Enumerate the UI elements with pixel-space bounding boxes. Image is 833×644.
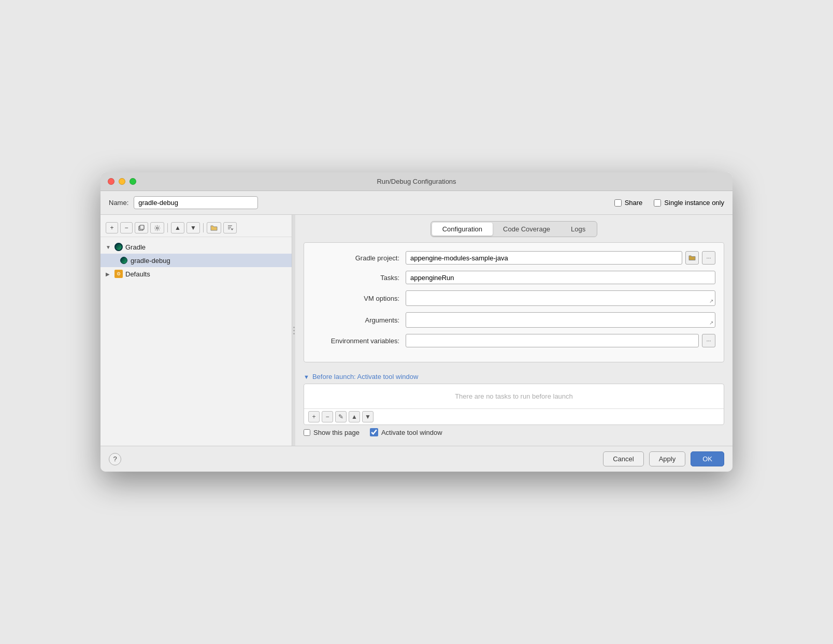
before-launch-add-button[interactable]: + bbox=[308, 411, 320, 422]
gear-icon bbox=[154, 225, 161, 231]
sidebar-toolbar: + − ▲ ▼ bbox=[100, 219, 292, 237]
env-variables-row: Environment variables: ··· bbox=[312, 334, 715, 347]
remove-config-button[interactable]: − bbox=[120, 222, 133, 233]
dialog-body: + − ▲ ▼ bbox=[100, 215, 733, 446]
apply-button[interactable]: Apply bbox=[649, 451, 686, 466]
resize-dot-3 bbox=[293, 333, 295, 334]
vm-options-label: VM options: bbox=[312, 295, 406, 302]
single-instance-label: Single instance only bbox=[664, 199, 724, 207]
sidebar-divider-2 bbox=[203, 223, 204, 232]
window-controls bbox=[108, 178, 136, 185]
vm-options-wrap: ↗ bbox=[406, 290, 715, 306]
help-button[interactable]: ? bbox=[109, 453, 121, 465]
gradle-debug-label: gradle-debug bbox=[131, 257, 170, 265]
add-config-button[interactable]: + bbox=[106, 222, 118, 233]
title-bar: Run/Debug Configurations bbox=[100, 172, 733, 191]
before-launch-header[interactable]: ▼ Before launch: Activate tool window bbox=[304, 373, 724, 380]
move-down-button[interactable]: ▼ bbox=[186, 222, 200, 233]
share-checkbox[interactable] bbox=[614, 199, 622, 207]
single-instance-checkbox[interactable] bbox=[654, 199, 661, 207]
before-launch-remove-button[interactable]: − bbox=[322, 411, 333, 422]
config-panel: Gradle project: ··· bbox=[304, 242, 724, 362]
activate-window-checkbox[interactable] bbox=[370, 428, 378, 436]
gradle-project-input-wrap: ··· bbox=[406, 251, 715, 265]
gradle-label: Gradle bbox=[125, 243, 146, 251]
svg-point-2 bbox=[156, 227, 159, 229]
tab-logs[interactable]: Logs bbox=[561, 223, 596, 236]
vm-options-input[interactable] bbox=[406, 290, 715, 306]
tasks-row: Tasks: bbox=[312, 271, 715, 284]
vm-options-row: VM options: ↗ bbox=[312, 290, 715, 306]
bottom-options: Show this page Activate tool window bbox=[304, 425, 724, 440]
footer-left: ? bbox=[109, 453, 121, 465]
sort-icon bbox=[227, 225, 233, 231]
footer-right: Cancel Apply OK bbox=[603, 451, 724, 466]
defaults-arrow: ▶ bbox=[106, 271, 112, 277]
gradle-icon bbox=[114, 242, 123, 252]
sidebar: + − ▲ ▼ bbox=[100, 215, 292, 446]
env-variables-input[interactable] bbox=[406, 334, 699, 347]
sort-button[interactable] bbox=[223, 222, 237, 233]
gradle-project-folder-button[interactable] bbox=[685, 251, 699, 265]
move-up-button[interactable]: ▲ bbox=[171, 222, 184, 233]
before-launch-arrow: ▼ bbox=[304, 374, 309, 380]
before-launch-down-button[interactable]: ▼ bbox=[362, 411, 374, 422]
name-label: Name: bbox=[109, 199, 128, 207]
more-dots: ··· bbox=[706, 255, 711, 261]
before-launch-empty: There are no tasks to run before launch bbox=[304, 384, 724, 408]
defaults-label: Defaults bbox=[125, 270, 150, 278]
collapse-arrow: ▼ bbox=[106, 244, 112, 250]
share-label: Share bbox=[625, 199, 643, 207]
before-launch-edit-button[interactable]: ✎ bbox=[335, 411, 347, 422]
tab-configuration[interactable]: Configuration bbox=[432, 223, 493, 236]
cancel-button[interactable]: Cancel bbox=[603, 451, 643, 466]
svg-rect-1 bbox=[140, 225, 144, 229]
tab-code-coverage[interactable]: Code Coverage bbox=[493, 223, 561, 236]
run-debug-dialog: Run/Debug Configurations Name: Share Sin… bbox=[100, 172, 733, 472]
tasks-input[interactable] bbox=[406, 271, 715, 284]
gradle-debug-icon bbox=[119, 256, 128, 265]
gradle-debug-item[interactable]: gradle-debug bbox=[100, 254, 292, 267]
ok-button[interactable]: OK bbox=[691, 451, 724, 466]
before-launch-section: ▼ Before launch: Activate tool window Th… bbox=[304, 373, 724, 440]
before-launch-up-button[interactable]: ▲ bbox=[349, 411, 360, 422]
gradle-project-input[interactable] bbox=[406, 251, 682, 265]
resize-dot-1 bbox=[293, 327, 295, 328]
dialog-title: Run/Debug Configurations bbox=[377, 178, 456, 185]
before-launch-toolbar: + − ✎ ▲ ▼ bbox=[304, 408, 724, 425]
show-page-label: Show this page bbox=[313, 429, 360, 436]
tabs-row: Configuration Code Coverage Logs bbox=[430, 221, 598, 237]
copy-config-button[interactable] bbox=[135, 222, 148, 233]
show-page-checkbox[interactable] bbox=[304, 429, 310, 436]
vm-expand-icon[interactable]: ↗ bbox=[709, 298, 713, 304]
config-settings-button[interactable] bbox=[150, 222, 164, 233]
arguments-wrap: ↗ bbox=[406, 312, 715, 328]
arguments-input-wrap: ↗ bbox=[406, 312, 715, 328]
folder-button[interactable] bbox=[207, 222, 221, 233]
arguments-row: Arguments: ↗ bbox=[312, 312, 715, 328]
gradle-tree-parent[interactable]: ▼ Gradle bbox=[100, 240, 292, 254]
vm-options-input-wrap: ↗ bbox=[406, 290, 715, 306]
folder-browse-icon bbox=[688, 255, 696, 261]
maximize-button[interactable] bbox=[130, 178, 136, 185]
gradle-project-more-button[interactable]: ··· bbox=[702, 251, 715, 265]
minimize-button[interactable] bbox=[119, 178, 125, 185]
arguments-label: Arguments: bbox=[312, 316, 406, 324]
defaults-tree-item[interactable]: ▶ ⚙ Defaults bbox=[100, 267, 292, 281]
sidebar-divider bbox=[167, 223, 168, 232]
env-variables-label: Environment variables: bbox=[312, 337, 406, 345]
main-content: Configuration Code Coverage Logs Gradle … bbox=[295, 215, 733, 446]
args-expand-icon[interactable]: ↗ bbox=[709, 320, 713, 326]
env-more-button[interactable]: ··· bbox=[702, 334, 715, 347]
before-launch-title: Before launch: Activate tool window bbox=[312, 373, 419, 380]
tasks-label: Tasks: bbox=[312, 274, 406, 282]
close-button[interactable] bbox=[108, 178, 114, 185]
name-input[interactable] bbox=[134, 196, 258, 209]
share-row: Share Single instance only bbox=[614, 199, 724, 207]
arguments-input[interactable] bbox=[406, 312, 715, 328]
show-page-row: Show this page bbox=[304, 429, 360, 436]
gradle-project-row: Gradle project: ··· bbox=[312, 251, 715, 265]
copy-icon bbox=[138, 225, 145, 231]
resize-dot-2 bbox=[293, 330, 295, 331]
folder-icon bbox=[210, 225, 218, 231]
